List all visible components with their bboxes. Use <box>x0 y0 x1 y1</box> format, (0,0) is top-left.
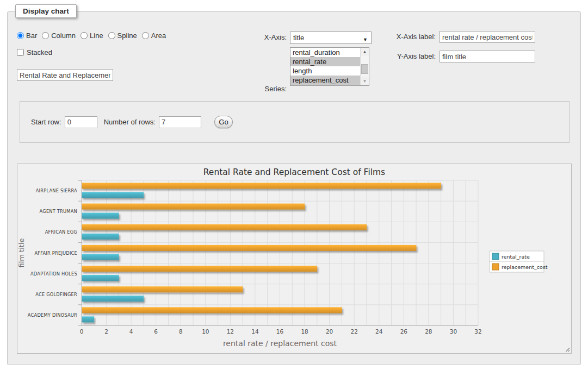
category-label: AIRPLANE SIERRA <box>36 188 77 193</box>
bar-radio-label: Bar <box>26 32 37 40</box>
x-tick-label: 16 <box>276 328 284 335</box>
bar-replacement_cost-1 <box>82 204 305 210</box>
num-rows-label: Number of rows: <box>104 118 156 126</box>
x-tick-label: 22 <box>351 328 358 335</box>
chevron-down-icon: ▼ <box>363 35 368 45</box>
bar-replacement_cost-4 <box>82 266 318 272</box>
x-tick-label: 26 <box>400 328 408 335</box>
x-tick-label: 12 <box>227 328 234 335</box>
x-tick-label: 14 <box>251 328 259 335</box>
bar-rental_rate-5 <box>82 296 144 302</box>
bar-replacement_cost-5 <box>82 286 243 292</box>
chart-title-input[interactable] <box>17 69 113 81</box>
bar-replacement_cost-3 <box>82 245 417 251</box>
chart-type-option-spline[interactable]: Spline <box>108 32 137 40</box>
chart-type-option-line[interactable]: Line <box>81 32 103 40</box>
category-label: ADAPTATION HOLES <box>30 271 77 277</box>
x-tick-label: 8 <box>179 328 183 335</box>
chart-type-option-area[interactable]: Area <box>142 32 166 40</box>
x-axis-label-field-label: X-Axis label: <box>388 31 436 43</box>
x-tick-label: 4 <box>129 328 133 335</box>
fieldset-legend: Display chart <box>15 4 77 18</box>
stacked-checkbox[interactable] <box>17 49 24 56</box>
x-axis-selected-value: title <box>293 34 304 42</box>
y-axis-label-field-label: Y-Axis label: <box>388 51 436 62</box>
bar-rental_rate-1 <box>82 213 119 219</box>
category-label: AFRICAN EGG <box>45 229 77 235</box>
svg-text:replacement_cost: replacement_cost <box>502 264 548 270</box>
chart-panel: AIRPLANE SIERRAAGENT TRUMANAFRICAN EGGAF… <box>17 164 572 354</box>
listbox-scrollbar[interactable]: ▲ ▼ <box>360 48 369 85</box>
line-radio-label: Line <box>90 32 103 40</box>
spline-radio[interactable] <box>108 32 115 39</box>
bar-chart: AIRPLANE SIERRAAGENT TRUMANAFRICAN EGGAF… <box>17 164 571 353</box>
start-row-input[interactable] <box>65 116 97 128</box>
category-label: AFFAIR PREJUDICE <box>34 250 77 256</box>
go-button[interactable]: Go <box>214 116 233 128</box>
chart-title: Rental Rate and Replacement Cost of Film… <box>203 167 385 177</box>
start-row-label: Start row: <box>31 118 61 126</box>
x-tick-label: 6 <box>154 328 158 335</box>
category-label: ACE GOLDFINGER <box>35 292 77 297</box>
series-option-rental-duration[interactable]: rental_duration <box>290 48 369 57</box>
x-axis-field-label: X-Axis: <box>251 32 287 43</box>
bar-rental_rate-0 <box>82 192 144 198</box>
x-tick-label: 28 <box>425 328 432 335</box>
area-radio[interactable] <box>142 32 149 39</box>
category-label: ACADEMY DINOSAUR <box>28 312 77 318</box>
bar-radio[interactable] <box>17 32 24 39</box>
stacked-label: Stacked <box>27 48 52 57</box>
row-range-box: Start row: Number of rows: Go <box>20 101 570 143</box>
series-option-length[interactable]: length <box>290 66 369 76</box>
bar-rental_rate-6 <box>82 316 95 322</box>
scrollbar-thumb[interactable] <box>361 64 368 74</box>
column-radio[interactable] <box>42 32 49 39</box>
line-radio[interactable] <box>81 32 88 39</box>
bar-rental_rate-4 <box>82 275 119 281</box>
display-chart-fieldset: Display chart Bar Column Line Spline Are… <box>7 11 581 365</box>
chart-type-option-column[interactable]: Column <box>42 32 76 40</box>
legend-item-rental_rate: rental_rate <box>490 251 544 262</box>
bar-chart-svg: AIRPLANE SIERRAAGENT TRUMANAFRICAN EGGAF… <box>17 164 571 353</box>
x-tick-label: 18 <box>301 328 308 335</box>
bar-replacement_cost-2 <box>82 224 367 230</box>
bar-rental_rate-3 <box>82 254 119 260</box>
legend-item-replacement_cost: replacement_cost <box>490 261 548 272</box>
series-listbox[interactable]: rental_duration rental_rate length repla… <box>290 47 369 86</box>
y-axis-label-input[interactable] <box>440 51 535 62</box>
svg-text:rental_rate: rental_rate <box>502 254 530 260</box>
x-tick-label: 24 <box>375 328 383 335</box>
x-tick-label: 2 <box>104 328 108 335</box>
x-axis-label-input[interactable] <box>440 31 535 43</box>
series-option-replacement-cost[interactable]: replacement_cost <box>290 76 369 85</box>
x-tick-label: 32 <box>474 328 481 335</box>
column-radio-label: Column <box>51 32 76 40</box>
spline-radio-label: Spline <box>117 32 137 40</box>
bar-rental_rate-2 <box>82 234 119 240</box>
bar-replacement_cost-0 <box>82 183 441 189</box>
x-tick-label: 10 <box>202 328 209 335</box>
x-axis-select[interactable]: title ▼ <box>290 32 372 44</box>
category-label: AGENT TRUMAN <box>40 209 77 214</box>
num-rows-input[interactable] <box>159 116 201 128</box>
x-tick-label: 0 <box>80 328 84 335</box>
x-tick-label: 20 <box>326 328 333 335</box>
bar-replacement_cost-6 <box>82 307 342 313</box>
scroll-up-icon[interactable]: ▲ <box>361 48 369 56</box>
scroll-down-icon[interactable]: ▼ <box>361 77 369 85</box>
series-option-rental-rate[interactable]: rental_rate <box>290 57 369 66</box>
chart-type-radio-group: Bar Column Line Spline Area <box>17 32 171 40</box>
y-axis-title: film title <box>17 238 26 267</box>
stacked-option[interactable]: Stacked <box>17 48 52 57</box>
x-tick-label: 30 <box>450 328 457 335</box>
x-axis-title: rental rate / replacement cost <box>223 339 337 348</box>
chart-type-option-bar[interactable]: Bar <box>17 32 37 40</box>
series-field-label: Series: <box>251 83 287 95</box>
area-radio-label: Area <box>151 32 166 40</box>
